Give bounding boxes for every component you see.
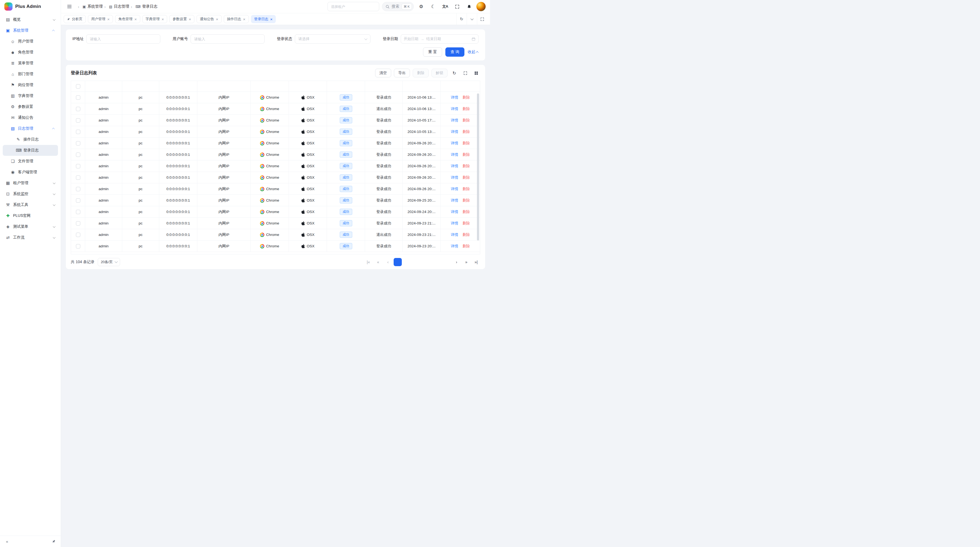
dark-mode-button[interactable]: ☾ (428, 2, 438, 11)
sidebar-item[interactable]: ▣ 系统管理 (3, 25, 58, 36)
page-size-select[interactable]: 20条/页 (98, 258, 120, 266)
table-scrollbar[interactable] (477, 93, 479, 241)
sidebar-item[interactable]: ✚ PLUS官网 (3, 210, 58, 221)
row-checkbox[interactable] (76, 198, 80, 203)
tab-close-icon[interactable]: × (270, 17, 273, 21)
row-checkbox[interactable] (76, 164, 80, 168)
sidebar-item[interactable]: ⊡ 系统监控 (3, 188, 58, 199)
page-number-button[interactable] (433, 258, 441, 266)
page-tab[interactable]: 登录日志 × (251, 15, 276, 23)
column-header[interactable] (441, 81, 480, 92)
page-number-button[interactable] (413, 258, 422, 266)
page-tab[interactable]: 参数设置 × (169, 15, 194, 23)
delete-link[interactable]: 删除 (463, 198, 470, 203)
column-header[interactable] (402, 81, 441, 92)
row-checkbox[interactable] (76, 107, 80, 111)
next-fast-button[interactable]: » (462, 258, 470, 266)
column-header[interactable] (122, 81, 159, 92)
tenant-select[interactable] (328, 2, 379, 11)
delete-link[interactable]: 删除 (463, 244, 470, 249)
column-header[interactable] (251, 81, 289, 92)
column-settings-button[interactable] (472, 69, 480, 77)
user-avatar[interactable] (476, 2, 486, 11)
page-tab[interactable]: 用户管理 × (88, 15, 113, 23)
column-header[interactable] (197, 81, 251, 92)
page-number-button[interactable] (423, 258, 431, 266)
page-number-button[interactable] (394, 258, 402, 266)
page-tab[interactable]: 字典管理 × (142, 15, 167, 23)
account-input[interactable] (191, 34, 265, 44)
page-number-button[interactable] (442, 258, 451, 266)
sidebar-item[interactable]: ◉ 客户端管理 (3, 167, 58, 178)
detail-link[interactable]: 详情 (451, 107, 458, 112)
clear-button[interactable]: 清空 (375, 69, 391, 77)
content-fullscreen-button[interactable] (477, 13, 487, 25)
tab-refresh-button[interactable]: ↻ (456, 13, 466, 25)
sidebar-item[interactable]: ☻ 角色管理 (3, 47, 58, 58)
delete-link[interactable]: 删除 (463, 175, 470, 180)
table-refresh-button[interactable]: ↻ (450, 69, 458, 77)
next-page-button[interactable]: › (452, 258, 461, 266)
tab-close-icon[interactable]: × (134, 17, 137, 21)
global-search-button[interactable]: 搜索 ⌘ K (382, 2, 414, 11)
column-header[interactable] (159, 81, 197, 92)
delete-link[interactable]: 删除 (463, 164, 470, 169)
delete-link[interactable]: 删除 (463, 187, 470, 191)
row-checkbox[interactable] (76, 233, 80, 237)
fullscreen-button[interactable] (452, 2, 462, 11)
sidebar-item[interactable]: ◈ 测试菜单 (3, 221, 58, 232)
detail-link[interactable]: 详情 (451, 141, 458, 146)
search-button[interactable]: 查 询 (445, 48, 465, 57)
delete-link[interactable]: 删除 (463, 118, 470, 123)
breadcrumb-item[interactable]: › ⌨ 登录日志 (130, 4, 158, 9)
export-button[interactable]: 导出 (394, 69, 410, 77)
date-range-picker[interactable]: 开始日期 → 结束日期 (401, 34, 479, 44)
detail-link[interactable]: 详情 (451, 232, 458, 237)
tab-menu-button[interactable] (466, 13, 477, 25)
detail-link[interactable]: 详情 (451, 118, 458, 123)
delete-link[interactable]: 删除 (463, 209, 470, 214)
sidebar-item[interactable]: ▥ 字典管理 (3, 91, 58, 101)
detail-link[interactable]: 详情 (451, 198, 458, 203)
row-checkbox[interactable] (76, 221, 80, 226)
sidebar-item[interactable]: ⚒ 系统工具 (3, 199, 58, 210)
column-header[interactable] (85, 81, 122, 92)
sidebar-item[interactable]: ⚑ 岗位管理 (3, 80, 58, 91)
row-checkbox[interactable] (76, 187, 80, 191)
sidebar-item[interactable]: ≣ 菜单管理 (3, 58, 58, 69)
row-checkbox[interactable] (76, 118, 80, 123)
sidebar-item[interactable]: ✉ 通知公告 (3, 112, 58, 123)
row-checkbox[interactable] (76, 141, 80, 145)
row-checkbox[interactable] (76, 175, 80, 180)
ip-input[interactable] (86, 34, 160, 44)
delete-link[interactable]: 删除 (463, 95, 470, 100)
delete-link[interactable]: 删除 (463, 152, 470, 157)
delete-link[interactable]: 删除 (463, 221, 470, 226)
last-page-button[interactable]: »| (472, 258, 480, 266)
column-header[interactable] (365, 81, 402, 92)
sidebar-item[interactable]: ⌨ 登录日志 (3, 145, 58, 156)
sidebar-item[interactable]: ⚙ 参数设置 (3, 101, 58, 112)
sidebar-item[interactable]: ⌂ 部门管理 (3, 69, 58, 80)
detail-link[interactable]: 详情 (451, 95, 458, 100)
sidebar-item[interactable]: ▦ 租户管理 (3, 178, 58, 188)
page-tab[interactable]: 分析页 × (64, 15, 86, 23)
sidebar-item[interactable]: ▧ 日志管理 (3, 123, 58, 134)
status-select[interactable]: 请选择 (295, 34, 371, 44)
tab-close-icon[interactable]: × (216, 17, 218, 21)
row-checkbox[interactable] (76, 244, 80, 249)
column-header[interactable] (289, 81, 327, 92)
detail-link[interactable]: 详情 (451, 175, 458, 180)
sidebar-toggle-button[interactable] (65, 2, 73, 11)
page-tab[interactable]: 角色管理 × (115, 15, 140, 23)
delete-link[interactable]: 删除 (463, 129, 470, 134)
sidebar-item[interactable]: ☺ 用户管理 (3, 36, 58, 47)
sidebar-item[interactable]: ▤ 概览 (3, 14, 58, 25)
column-header[interactable] (327, 81, 365, 92)
row-checkbox[interactable] (76, 130, 80, 134)
first-page-button[interactable]: |« (364, 258, 372, 266)
row-checkbox[interactable] (76, 95, 80, 100)
prev-page-button[interactable]: ‹ (384, 258, 392, 266)
tab-close-icon[interactable]: × (243, 17, 245, 21)
delete-button[interactable]: 删除 (413, 69, 429, 77)
